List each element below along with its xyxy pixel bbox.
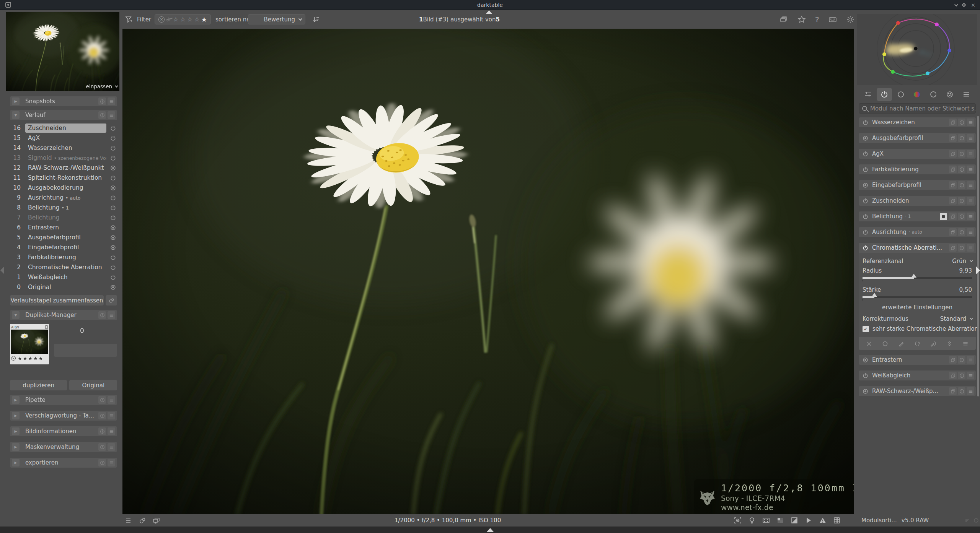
module-wei-abgleich[interactable]: Weißabgleich [859, 370, 976, 380]
power-icon[interactable] [109, 175, 117, 181]
module-eingabefarbprofil[interactable]: Eingabefarbprofil [859, 180, 976, 190]
reference-channel-row[interactable]: ReferenzkanalGrün [863, 256, 972, 266]
blend-parametric-mask-icon[interactable] [914, 341, 920, 347]
overlays-star-icon[interactable] [797, 15, 806, 24]
darkroom-canvas[interactable]: 1/2000 f/2,8 100mm IS Sony - ILCE-7RM4 w… [122, 29, 854, 514]
module-farbkalibrierung[interactable]: Farbkalibrierung [859, 164, 976, 174]
module-entrastern[interactable]: Entrastern [859, 355, 976, 365]
snapshot-compare-icon[interactable] [139, 517, 146, 524]
reset-icon[interactable] [98, 459, 106, 466]
lamp-icon[interactable] [748, 517, 756, 524]
power-icon[interactable] [861, 120, 869, 125]
history-item-9[interactable]: 9Ausrichtung • auto [10, 193, 117, 203]
rating-filter[interactable]: × ☆ ☆ ☆ ☆ ☆ ★ [155, 14, 211, 24]
presets-icon[interactable] [967, 119, 974, 126]
navigation-thumbnail[interactable]: einpassen [6, 12, 119, 91]
history-item-8[interactable]: 8Belichtung • 1 [10, 203, 117, 213]
panel-verschlagwortung-ta-[interactable]: ▶Verschlagwortung - Ta... [10, 411, 117, 421]
multi-instance-icon[interactable] [949, 181, 957, 189]
history-label[interactable]: Sigmoid • szenenbezogene Vorg... [25, 153, 106, 162]
module-search[interactable]: Modul nach Namen oder Stichwort s... [859, 103, 976, 114]
multi-instance-icon[interactable] [949, 134, 957, 142]
panel-snapshots[interactable]: ▶ Snapshots [10, 96, 117, 106]
gamut-check-icon[interactable] [776, 517, 784, 524]
history-label[interactable]: AgX [25, 133, 106, 143]
module-zuschneiden[interactable]: Zuschneiden [859, 196, 976, 206]
expand-right-icon[interactable]: ▶ [12, 412, 20, 419]
panel-bildinformationen[interactable]: ▶Bildinformationen [10, 426, 117, 436]
expand-right-icon[interactable]: ▶ [12, 98, 20, 105]
history-label[interactable]: Original [25, 283, 106, 292]
history-item-14[interactable]: 14Wasserzeichen [10, 143, 117, 153]
star-icon[interactable]: ☆ [173, 16, 178, 23]
power-icon[interactable] [109, 145, 117, 151]
presets-icon[interactable] [967, 197, 974, 205]
compress-history-button[interactable]: Verlaufsstapel zusammenfassen [10, 295, 104, 306]
history-label[interactable]: Spitzlicht-Rekonstruktion [25, 173, 106, 182]
presets-icon[interactable] [967, 181, 974, 189]
star-strike-icon[interactable]: ☆ [166, 16, 171, 23]
star-icon[interactable]: ☆ [180, 16, 186, 23]
history-item-4[interactable]: 4Eingabefarbprofil [10, 242, 117, 252]
tab-quick-access[interactable] [860, 88, 876, 101]
duplicate-name-input[interactable] [54, 344, 117, 357]
history-item-15[interactable]: 15AgX [10, 133, 117, 143]
presets-menu-icon[interactable] [959, 88, 974, 101]
module-ausrichtung[interactable]: Ausrichtung· auto [859, 227, 976, 237]
presets-icon[interactable] [108, 311, 115, 319]
star-icon[interactable]: ☆ [194, 16, 199, 23]
always-on-icon[interactable] [109, 165, 117, 171]
collapse-top-panel-arrow[interactable] [486, 10, 492, 14]
blend-menu-icon[interactable] [962, 341, 969, 347]
help-icon[interactable]: ? [815, 15, 819, 24]
presets-icon[interactable] [967, 372, 974, 379]
multi-instance-icon[interactable] [949, 228, 957, 236]
history-label[interactable]: Ausgabekodierung [25, 183, 106, 192]
reset-icon[interactable] [958, 119, 965, 126]
reset-icon[interactable] [98, 412, 106, 419]
collapse-left-panel-arrow[interactable] [0, 267, 4, 274]
history-label[interactable]: Belichtung • 1 [25, 203, 106, 212]
guides-grid-icon[interactable] [833, 517, 841, 524]
history-item-0[interactable]: 0Original [10, 282, 117, 292]
panel-exportieren[interactable]: ▶exportieren [10, 458, 117, 468]
grouping-icon[interactable] [780, 15, 788, 24]
power-icon[interactable] [861, 373, 869, 379]
blend-raster-mask-icon[interactable] [946, 341, 952, 347]
reset-icon[interactable] [98, 111, 106, 119]
module-label[interactable]: Chromatische Aberrati... [872, 244, 942, 251]
duplicate-button[interactable]: duplizieren [10, 380, 67, 390]
scrollbar[interactable] [977, 116, 979, 396]
vectorscope[interactable] [857, 14, 977, 85]
filmstrip-menu-icon[interactable] [125, 517, 132, 524]
iso12646-view-icon[interactable] [762, 517, 770, 524]
multi-instance-icon[interactable] [949, 372, 957, 379]
correction-mode-row[interactable]: KorrekturmodusStandard [863, 314, 972, 323]
presets-icon[interactable] [967, 213, 974, 220]
panel-history[interactable]: ▼ Verlauf [10, 110, 117, 120]
expand-right-icon[interactable]: ▶ [12, 443, 20, 451]
history-item-16[interactable]: 16Zuschneiden [10, 123, 117, 133]
history-label[interactable]: RAW-Schwarz-/Weißpunkt [25, 163, 106, 172]
rating-stars[interactable]: ★★★★★ [18, 356, 44, 361]
always-on-icon[interactable] [861, 135, 869, 141]
original-button[interactable]: Original [69, 380, 117, 390]
module-label[interactable]: Zuschneiden [872, 197, 909, 204]
history-item-12[interactable]: 12RAW-Schwarz-/Weißpunkt [10, 163, 117, 173]
history-item-10[interactable]: 10Ausgabekodierung [10, 183, 117, 193]
checkbox-checked-icon[interactable]: ✓ [863, 326, 869, 332]
multi-instance-icon[interactable] [949, 197, 957, 205]
tab-base-group[interactable] [893, 88, 908, 101]
sort-select[interactable]: Bewertung [248, 14, 305, 24]
history-label[interactable]: Ausrichtung • auto [25, 193, 106, 202]
tab-effect-group[interactable] [942, 88, 957, 101]
presets-icon[interactable] [108, 111, 115, 119]
power-icon[interactable] [109, 205, 117, 211]
module-label[interactable]: AgX [872, 150, 884, 157]
module-label[interactable]: Belichtung [872, 213, 903, 220]
power-icon[interactable] [109, 135, 117, 141]
module-label[interactable]: Weißabgleich [872, 372, 910, 379]
tab-correct-group[interactable] [926, 88, 941, 101]
shortcuts-keyboard-icon[interactable] [828, 15, 837, 24]
always-on-icon[interactable] [109, 245, 117, 250]
